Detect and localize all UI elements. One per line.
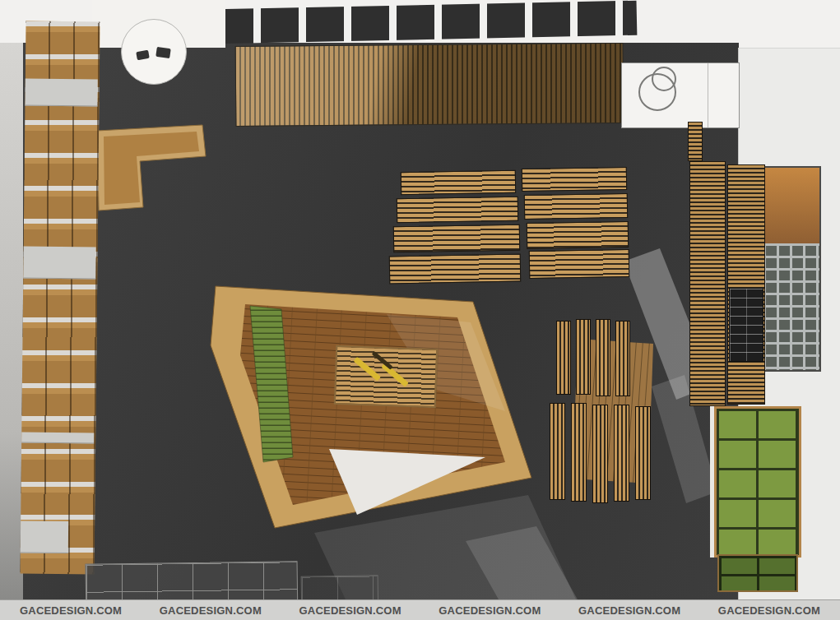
poster-thumbnails (763, 243, 819, 370)
fixture-speaker-icon (136, 50, 150, 60)
round-fixture-icon (652, 67, 676, 91)
slat-table (524, 193, 629, 220)
slat-table (389, 254, 522, 285)
cabinet-divider (708, 63, 708, 127)
green-cabinet (714, 406, 801, 558)
ceiling-light-fixture (121, 19, 187, 85)
slat-table (393, 224, 521, 253)
vertical-slat-display (556, 321, 571, 395)
platform-table (334, 345, 438, 408)
vertical-slat-display (635, 406, 651, 500)
vertical-slat-display (596, 319, 610, 396)
left-shelving-column (20, 21, 100, 575)
watermark-text: GACEDESIGN.COM (578, 604, 680, 617)
slat-table (397, 197, 519, 224)
vertical-slat-display (592, 405, 608, 503)
slat-shelf-end (688, 122, 703, 161)
slat-table (522, 167, 627, 192)
slat-table (401, 170, 516, 195)
slat-table (527, 221, 629, 249)
wall-cabinet-unit (621, 62, 740, 128)
watermark-text: GACEDESIGN.COM (439, 604, 541, 617)
interior-render: GACEDESIGN.COM GACEDESIGN.COM GACEDESIGN… (0, 0, 840, 620)
tall-slat-shelf (727, 164, 765, 405)
shelf-gray-box (25, 79, 97, 107)
shelf-gray-box (23, 247, 95, 280)
shelf-dark-lattice (729, 288, 763, 362)
left-wall (0, 43, 23, 599)
ceiling-skylight-panels (216, 1, 638, 44)
green-cabinet-lower (717, 554, 798, 592)
vertical-slat-display (576, 319, 591, 395)
vertical-slat-display (571, 403, 587, 502)
tall-slat-shelf (689, 161, 726, 406)
watermark-text: GACEDESIGN.COM (160, 604, 262, 617)
watermark-text: GACEDESIGN.COM (20, 604, 122, 617)
vertical-slat-display (615, 321, 630, 396)
yellow-item (354, 357, 382, 382)
shelf-gray-box (21, 433, 94, 444)
watermark-text: GACEDESIGN.COM (299, 604, 401, 617)
watermark-text: GACEDESIGN.COM (718, 604, 820, 617)
poster-image (763, 168, 819, 243)
shelf-gray-box (21, 521, 68, 554)
slatted-wood-canopy (235, 43, 624, 127)
watermark-bar: GACEDESIGN.COM GACEDESIGN.COM GACEDESIGN… (0, 599, 840, 620)
vertical-slat-display (614, 405, 629, 502)
wall-poster (762, 166, 821, 372)
fixture-speaker-icon (155, 47, 171, 58)
slat-table (529, 249, 630, 279)
vertical-slat-display (550, 403, 565, 500)
